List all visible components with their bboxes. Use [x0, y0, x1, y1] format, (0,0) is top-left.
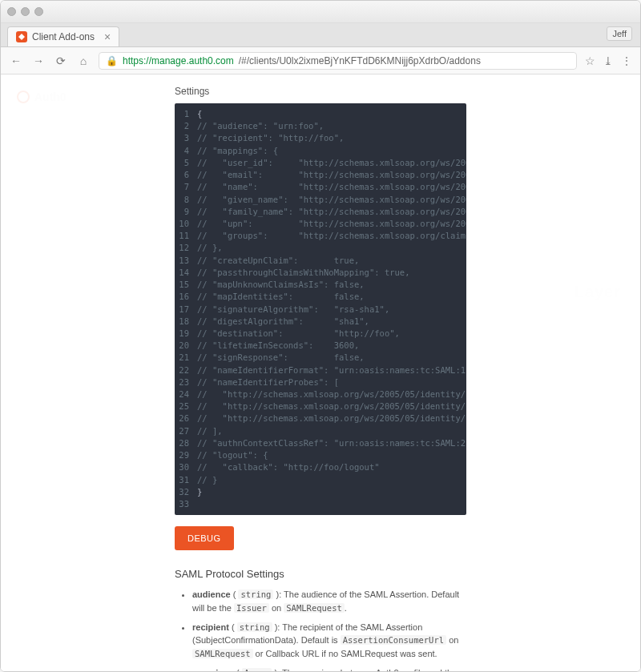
code-content: // "mapIdentities": false, — [197, 291, 365, 303]
window-titlebar — [1, 1, 640, 23]
window-minimize-dot[interactable] — [21, 7, 30, 16]
code-line: 25// "http://schemas.xmlsoap.org/ws/2005… — [175, 400, 466, 412]
star-icon[interactable]: ☆ — [585, 54, 595, 67]
code-content: { — [197, 108, 202, 120]
settings-code-editor[interactable]: 1{2// "audience": "urn:foo",3// "recipie… — [175, 103, 466, 515]
code-line: 28// "authnContextClassRef": "urn:oasis:… — [175, 437, 466, 449]
window-zoom-dot[interactable] — [34, 7, 43, 16]
code-content: // ], — [197, 425, 223, 437]
line-number: 3 — [175, 132, 197, 144]
line-number: 31 — [175, 474, 197, 486]
line-number: 1 — [175, 108, 197, 120]
nav-home-icon[interactable]: ⌂ — [76, 54, 91, 67]
line-number: 20 — [175, 340, 197, 352]
lock-icon: 🔒 — [106, 55, 118, 66]
line-number: 8 — [175, 194, 197, 206]
line-number: 4 — [175, 145, 197, 157]
code-content: // "lifetimeInSeconds": 3600, — [197, 340, 359, 352]
code-content: // "http://schemas.xmlsoap.org/ws/2005/0… — [197, 412, 466, 425]
url-host: https://manage.auth0.com — [123, 55, 234, 66]
line-number: 33 — [175, 498, 197, 510]
line-number: 19 — [175, 328, 197, 340]
code-line: 7// "name": "http://schemas.xmlsoap.org/… — [175, 181, 466, 193]
code-line: 23// "nameIdentifierProbes": [ — [175, 376, 466, 388]
code-line: 2// "audience": "urn:foo", — [175, 120, 466, 132]
code-line: 1{ — [175, 108, 466, 120]
code-content: // "groups": "http://schemas.xmlsoap.org… — [197, 230, 466, 242]
line-number: 10 — [175, 218, 197, 230]
code-line: 33 — [175, 498, 466, 510]
code-content: // "authnContextClassRef": "urn:oasis:na… — [197, 437, 466, 449]
code-line: 17// "signatureAlgorithm": "rsa-sha1", — [175, 304, 466, 316]
line-number: 18 — [175, 316, 197, 328]
code-line: 30// "callback": "http://foo/logout" — [175, 461, 466, 473]
code-line: 31// } — [175, 474, 466, 486]
debug-button[interactable]: DEBUG — [175, 526, 234, 550]
window-controls — [7, 7, 43, 16]
line-number: 13 — [175, 255, 197, 267]
line-number: 7 — [175, 181, 197, 193]
code-content: // "callback": "http://foo/logout" — [197, 461, 380, 473]
code-line: 21// "signResponse": false, — [175, 352, 466, 364]
line-number: 25 — [175, 400, 197, 412]
code-content: // "digestAlgorithm": "sha1", — [197, 316, 369, 328]
line-number: 26 — [175, 412, 197, 425]
browser-toolbar: ← → ⟳ ⌂ 🔒 https://manage.auth0.com/#/cli… — [1, 47, 640, 74]
code-content: // "email": "http://schemas.xmlsoap.org/… — [197, 169, 466, 181]
code-line: 5// "user_id": "http://schemas.xmlsoap.o… — [175, 157, 466, 169]
line-number: 5 — [175, 157, 197, 169]
code-content: // "http://schemas.xmlsoap.org/ws/2005/0… — [197, 400, 466, 412]
code-content: // "audience": "urn:foo", — [197, 120, 324, 132]
code-content: // "http://schemas.xmlsoap.org/ws/2005/0… — [197, 388, 466, 400]
nav-back-icon[interactable]: ← — [9, 54, 23, 67]
browser-tab-active[interactable]: Client Add-ons × — [7, 26, 119, 46]
download-icon[interactable]: ⤓ — [603, 54, 613, 67]
code-content: // "user_id": "http://schemas.xmlsoap.or… — [197, 157, 466, 169]
code-line: 20// "lifetimeInSeconds": 3600, — [175, 340, 466, 352]
tab-close-icon[interactable]: × — [104, 30, 111, 43]
code-line: 9// "family_name": "http://schemas.xmlso… — [175, 206, 466, 218]
code-content: // } — [197, 474, 217, 486]
code-content: // "signResponse": false, — [197, 352, 365, 364]
user-chip[interactable]: Jeff — [607, 26, 632, 41]
code-line: 22// "nameIdentifierFormat": "urn:oasis:… — [175, 364, 466, 376]
code-line: 32} — [175, 486, 466, 498]
line-number: 21 — [175, 352, 197, 364]
line-number: 11 — [175, 230, 197, 242]
page-viewport: Auth0 Layer Settings 1{2// "audience": "… — [1, 74, 640, 671]
line-number: 29 — [175, 449, 197, 461]
code-line: 29// "logout": { — [175, 449, 466, 461]
doc-item: recipient ( string ): The recipient of t… — [192, 621, 466, 661]
doc-list: audience ( string ): The audience of the… — [175, 588, 466, 671]
browser-window: Client Add-ons × Jeff ← → ⟳ ⌂ 🔒 https://… — [0, 0, 641, 672]
code-content: // "upn": "http://schemas.xmlsoap.org/ws… — [197, 218, 466, 230]
nav-reload-icon[interactable]: ⟳ — [54, 54, 68, 67]
code-line: 8// "given_name": "http://schemas.xmlsoa… — [175, 194, 466, 206]
line-number: 27 — [175, 425, 197, 437]
doc-section-title: SAML Protocol Settings — [175, 568, 466, 580]
doc-item: audience ( string ): The audience of the… — [192, 588, 466, 615]
tab-favicon-icon — [16, 31, 27, 42]
line-number: 12 — [175, 242, 197, 254]
code-line: 15// "mapUnknownClaimsAsIs": false, — [175, 279, 466, 291]
line-number: 32 — [175, 486, 197, 498]
code-line: 27// ], — [175, 425, 466, 437]
menu-icon[interactable]: ⋮ — [621, 54, 632, 67]
code-line: 12// }, — [175, 242, 466, 254]
code-line: 3// "recipient": "http://foo", — [175, 132, 466, 144]
code-line: 10// "upn": "http://schemas.xmlsoap.org/… — [175, 218, 466, 230]
code-line: 4// "mappings": { — [175, 145, 466, 157]
nav-forward-icon[interactable]: → — [31, 54, 46, 67]
address-bar[interactable]: 🔒 https://manage.auth0.com/#/clients/U0l… — [99, 52, 577, 70]
code-content: // "mapUnknownClaimsAsIs": false, — [197, 279, 365, 291]
line-number: 15 — [175, 279, 197, 291]
code-content: // "recipient": "http://foo", — [197, 132, 344, 144]
code-line: 11// "groups": "http://schemas.xmlsoap.o… — [175, 230, 466, 242]
window-close-dot[interactable] — [7, 7, 16, 16]
code-line: 24// "http://schemas.xmlsoap.org/ws/2005… — [175, 388, 466, 400]
code-line: 16// "mapIdentities": false, — [175, 291, 466, 303]
code-line: 19// "destination": "http://foo", — [175, 328, 466, 340]
line-number: 24 — [175, 388, 197, 400]
line-number: 22 — [175, 364, 197, 376]
doc-item: mappings ( Array ): The mappings between… — [192, 666, 466, 671]
